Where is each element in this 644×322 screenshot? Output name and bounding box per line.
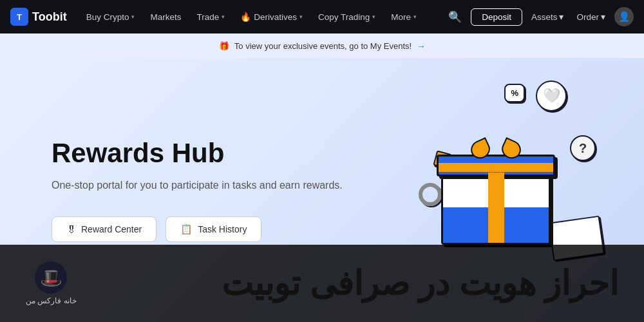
promo-banner[interactable]: 🎁 To view your exclusive events, go to M… — [0, 33, 644, 58]
order-dropdown[interactable]: Order ▾ — [573, 12, 609, 22]
chevron-down-icon: ▾ — [601, 12, 605, 22]
hero-content: Rewards Hub One-stop portal for you to p… — [52, 138, 438, 242]
hero-section: Rewards Hub One-stop portal for you to p… — [0, 58, 644, 322]
navbar: T Toobit Buy Crypto ▾ Markets Trade ▾ 🔥 … — [0, 0, 644, 33]
nav-item-derivatives[interactable]: 🔥 Derivatives ▾ — [234, 0, 309, 33]
hero-buttons: 🎖 Reward Center 📋 Task History — [52, 216, 438, 242]
float-question: ? — [570, 135, 596, 161]
avatar[interactable]: 👤 — [614, 7, 634, 26]
nav-item-trade[interactable]: Trade ▾ — [190, 0, 231, 33]
overlay-logo-area: 🎩 خانه فارکس من — [26, 261, 77, 305]
site-name: خانه فارکس من — [26, 296, 77, 305]
banner-text: To view your exclusive events, go to My … — [234, 41, 412, 51]
ribbon-horizontal — [439, 163, 553, 172]
hat-icon: 🎩 — [40, 267, 62, 289]
overlay-arabic-text: احراز هویت در صرافی توبیت — [222, 264, 618, 303]
chevron-down-icon: ▾ — [559, 12, 564, 22]
logo-icon: T — [10, 8, 28, 26]
chevron-down-icon: ▾ — [372, 14, 375, 20]
search-button[interactable]: 🔍 — [444, 6, 466, 28]
nav-right: 🔍 Deposit Assets ▾ Order ▾ 👤 — [444, 6, 634, 28]
chevron-down-icon: ▾ — [222, 14, 225, 20]
box-body — [441, 171, 551, 245]
float-heart: 🤍 — [536, 80, 567, 111]
hero-subtitle: One-stop portal for you to participate i… — [52, 178, 438, 193]
deposit-button[interactable]: Deposit — [471, 8, 522, 26]
overlay-logo: 🎩 — [35, 261, 67, 294]
banner-icon: 🎁 — [219, 41, 229, 51]
gift-box — [435, 129, 564, 245]
logo[interactable]: T Toobit — [10, 8, 67, 26]
fire-icon: 🔥 — [240, 12, 251, 22]
history-icon: 📋 — [180, 223, 193, 235]
logo-text: Toobit — [32, 10, 67, 24]
chevron-down-icon: ▾ — [299, 14, 303, 20]
reward-center-button[interactable]: 🎖 Reward Center — [52, 216, 156, 242]
nav-item-copy-trading[interactable]: Copy Trading ▾ — [312, 0, 382, 33]
nav-item-markets[interactable]: Markets — [144, 0, 187, 33]
banner-arrow: → — [417, 41, 425, 51]
ribbon-vertical — [488, 171, 504, 243]
chevron-down-icon: ▾ — [131, 14, 135, 20]
nav-item-buy-crypto[interactable]: Buy Crypto ▾ — [80, 0, 142, 33]
chevron-down-icon: ▾ — [413, 14, 417, 20]
assets-dropdown[interactable]: Assets ▾ — [527, 12, 568, 22]
float-percent: % — [504, 84, 525, 102]
task-history-button[interactable]: 📋 Task History — [166, 216, 261, 242]
overlay-section: 🎩 خانه فارکس من احراز هویت در صرافی توبی… — [0, 245, 644, 322]
reward-icon: 🎖 — [66, 224, 76, 235]
hero-title: Rewards Hub — [52, 138, 438, 169]
nav-item-more[interactable]: More ▾ — [384, 0, 423, 33]
